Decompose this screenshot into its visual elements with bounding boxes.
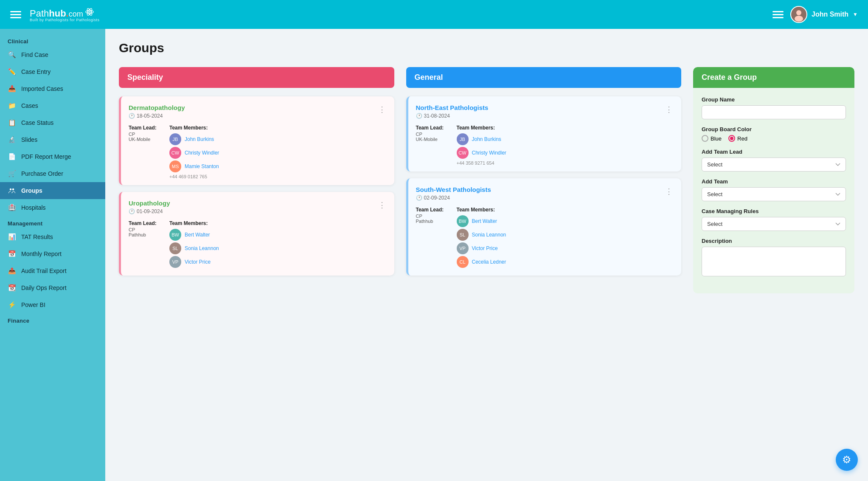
general-header: General bbox=[406, 67, 682, 88]
card-south-west-pathologists: South-West Pathologists 🕐 02-09-2024 ⋮ T… bbox=[406, 178, 682, 276]
group-name-input[interactable] bbox=[702, 105, 846, 119]
member-avatar: CW bbox=[169, 147, 181, 159]
description-textarea[interactable] bbox=[702, 247, 846, 276]
cart-icon: 🛒 bbox=[8, 169, 16, 178]
radio-blue[interactable] bbox=[702, 135, 708, 142]
sidebar-item-monthly-report[interactable]: 📅 Monthly Report bbox=[0, 245, 105, 262]
color-blue-label: Blue bbox=[711, 135, 722, 142]
member-avatar: VP bbox=[457, 242, 469, 254]
card-sw-header: South-West Pathologists 🕐 02-09-2024 ⋮ bbox=[416, 186, 674, 207]
card-sw-menu[interactable]: ⋮ bbox=[664, 186, 674, 197]
user-area[interactable]: John Smith ▼ bbox=[790, 6, 858, 23]
sidebar-item-imported-cases[interactable]: 📥 Imported Cases bbox=[0, 80, 105, 97]
card-dermatopathology-header: Dermatopathology 🕐 18-05-2024 ⋮ bbox=[129, 104, 387, 125]
logo-text: Path hub . com bbox=[30, 7, 100, 18]
form-group-description: Description bbox=[702, 238, 846, 278]
sidebar-item-purchase-order[interactable]: 🛒 Purchase Order bbox=[0, 165, 105, 182]
sidebar-item-pdf-report-merge[interactable]: 📄 PDF Report Merge bbox=[0, 148, 105, 165]
member-row: SL Sonia Leannon bbox=[457, 229, 674, 241]
sidebar-label-imported-cases: Imported Cases bbox=[21, 85, 63, 92]
user-dropdown-icon[interactable]: ▼ bbox=[853, 11, 858, 17]
sidebar-item-groups[interactable]: Groups bbox=[0, 182, 105, 199]
member-avatar: JB bbox=[457, 133, 469, 145]
svg-point-7 bbox=[10, 188, 12, 191]
team-lead-label: Team Lead: bbox=[416, 125, 450, 131]
general-column: General North-East Pathologists 🕐 31-08-… bbox=[406, 67, 682, 293]
color-option-red[interactable]: Red bbox=[728, 135, 747, 142]
gear-icon: ⚙ bbox=[842, 454, 851, 466]
logo-subtitle: Built by Pathologists for Pathologists bbox=[30, 18, 100, 22]
card-sw-body: Team Lead: CP Pathhub Team Members: BW B… bbox=[416, 207, 674, 270]
color-option-blue[interactable]: Blue bbox=[702, 135, 722, 142]
svg-point-8 bbox=[12, 188, 14, 191]
member-name: John Burkins bbox=[472, 136, 501, 142]
topnav-hamburger[interactable] bbox=[772, 11, 784, 18]
calendar-icon: 📅 bbox=[8, 250, 16, 258]
sidebar-label-case-entry: Case Entry bbox=[21, 68, 51, 75]
topnav-left: Path hub . com Built by Pathologists for… bbox=[10, 7, 100, 22]
general-header-label: General bbox=[415, 73, 443, 82]
svg-point-5 bbox=[796, 10, 801, 15]
member-name: Mamie Stanton bbox=[185, 163, 219, 169]
member-name: Christy Windler bbox=[185, 150, 219, 156]
card-ne-date: 🕐 31-08-2024 bbox=[416, 113, 489, 119]
team-lead-loc: UK-Mobile bbox=[416, 137, 450, 142]
sidebar-item-case-status[interactable]: 📋 Case Status bbox=[0, 114, 105, 131]
add-team-label: Add Team bbox=[702, 178, 846, 185]
member-row: BW Bert Walter bbox=[169, 229, 387, 241]
sidebar-item-case-entry[interactable]: ✏️ Case Entry bbox=[0, 63, 105, 80]
card-dermatopathology-menu[interactable]: ⋮ bbox=[377, 104, 387, 115]
sidebar-item-daily-ops-report[interactable]: 📆 Daily Ops Report bbox=[0, 279, 105, 296]
member-row: JB John Burkins bbox=[457, 133, 674, 145]
member-phone: +44 469 0182 765 bbox=[169, 174, 387, 179]
sidebar-item-find-case[interactable]: 🔍 Find Case bbox=[0, 46, 105, 63]
sidebar-item-audit-trail-export[interactable]: 📤 Audit Trail Export bbox=[0, 262, 105, 279]
sidebar-label-cases: Cases bbox=[21, 102, 38, 109]
team-lead-cp: CP bbox=[129, 227, 163, 232]
clipboard-icon: 📋 bbox=[8, 118, 16, 127]
card-uropathology-menu[interactable]: ⋮ bbox=[377, 200, 387, 211]
sidebar-item-hospitals[interactable]: 🏥 Hospitals bbox=[0, 199, 105, 216]
search-icon: 🔍 bbox=[8, 51, 16, 59]
team-lead-label: Add Team Lead bbox=[702, 149, 846, 155]
group-name-label: Group Name bbox=[702, 96, 846, 103]
add-team-lead-select[interactable]: Select bbox=[702, 158, 846, 172]
form-group-team-lead: Add Team Lead Select bbox=[702, 149, 846, 172]
members-label: Team Members: bbox=[457, 125, 674, 131]
clock-icon: 🕐 bbox=[129, 208, 135, 214]
team-lead-label: Team Lead: bbox=[129, 220, 163, 226]
sidebar-item-power-bi[interactable]: ⚡ Power BI bbox=[0, 296, 105, 313]
team-members-ne: Team Members: JB John Burkins CW Christy… bbox=[457, 125, 674, 166]
hospital-icon: 🏥 bbox=[8, 203, 16, 212]
fab-settings[interactable]: ⚙ bbox=[836, 449, 858, 471]
sidebar-item-cases[interactable]: 📁 Cases bbox=[0, 97, 105, 114]
pdf-icon: 📄 bbox=[8, 152, 16, 161]
sidebar-item-slides[interactable]: 🔬 Slides bbox=[0, 131, 105, 148]
member-name: Victor Price bbox=[185, 259, 211, 265]
clock-icon: 🕐 bbox=[416, 195, 422, 201]
member-avatar: BW bbox=[457, 215, 469, 227]
powerbi-icon: ⚡ bbox=[8, 301, 16, 309]
form-group-case-managing-rules: Case Managing Rules Select bbox=[702, 208, 846, 231]
sidebar-item-tat-results[interactable]: 📊 TAT Results bbox=[0, 228, 105, 245]
add-team-select[interactable]: Select bbox=[702, 187, 846, 201]
team-members-dermatopathology: Team Members: JB John Burkins CW Christy… bbox=[169, 125, 387, 179]
team-lead-ne: Team Lead: CP UK-Mobile bbox=[416, 125, 450, 166]
member-name: Sonia Leannon bbox=[185, 245, 219, 251]
group-color-label: Group Board Color bbox=[702, 126, 846, 132]
member-name: Bert Walter bbox=[185, 232, 210, 238]
radio-red[interactable] bbox=[728, 135, 735, 142]
card-ne-menu[interactable]: ⋮ bbox=[664, 104, 674, 115]
member-row: VP Victor Price bbox=[169, 256, 387, 268]
layout: Clinical 🔍 Find Case ✏️ Case Entry 📥 Imp… bbox=[0, 29, 868, 481]
members-label: Team Members: bbox=[169, 220, 387, 226]
card-ne-body: Team Lead: CP UK-Mobile Team Members: JB… bbox=[416, 125, 674, 166]
team-lead-sw: Team Lead: CP Pathhub bbox=[416, 207, 450, 270]
sidebar-label-case-status: Case Status bbox=[21, 119, 53, 126]
team-lead-label: Team Lead: bbox=[416, 207, 450, 213]
case-managing-rules-select[interactable]: Select bbox=[702, 217, 846, 231]
microscope-icon: 🔬 bbox=[8, 135, 16, 144]
logo-hub-text: hub bbox=[49, 9, 66, 18]
hamburger-menu[interactable] bbox=[10, 11, 21, 18]
clock-icon: 🕐 bbox=[129, 113, 135, 119]
